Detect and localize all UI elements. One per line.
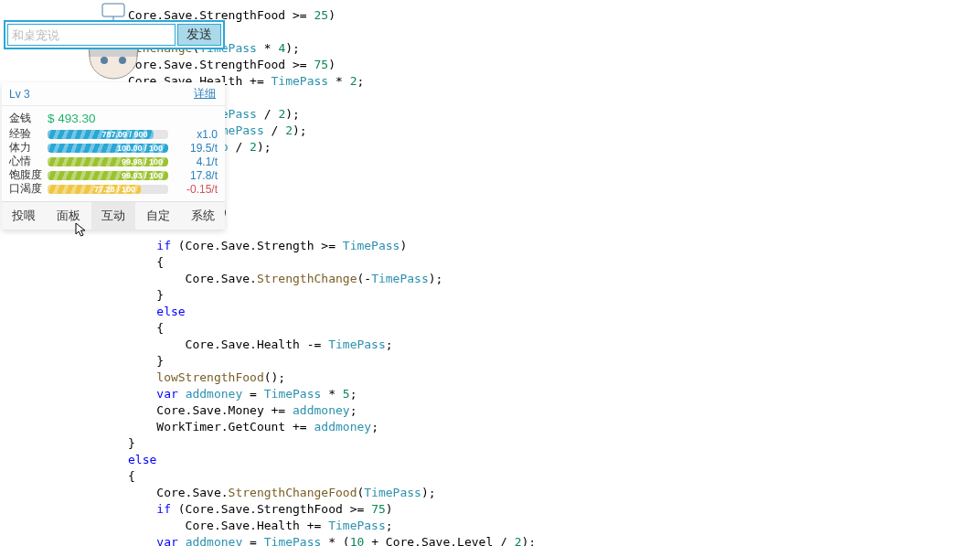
stat-rate: -0.15/t (174, 183, 218, 196)
code-line: WorkTimer.GetCount += addmoney; (73, 419, 980, 435)
code-line: else (73, 452, 980, 468)
code-line: var addmoney = TimePass * (10 + Core.Sav… (73, 534, 980, 546)
code-line: } (73, 435, 980, 452)
stat-row: 口渴度77.28 / 100-0.15/t (9, 182, 218, 196)
tab-custom[interactable]: 自定 (135, 202, 180, 230)
code-line: if (Core.Save.StrengthFood >= 75) (73, 501, 980, 518)
stat-row: 心情99.98 / 1004.1/t (9, 155, 218, 168)
level-label: Lv 3 (9, 88, 30, 101)
detail-link[interactable]: 详细 (194, 86, 216, 102)
stat-rate: 17.8/t (174, 169, 218, 182)
code-line: } (73, 287, 980, 304)
chat-bar: 发送 (4, 20, 225, 49)
code-line: Core.Save.StrengthFood >= 75) (73, 57, 980, 73)
code-line: lowStrengthFood(); (73, 369, 980, 386)
stat-bar: 99.93 / 100 (48, 171, 168, 180)
stat-bar-text: 77.28 / 100 (94, 185, 135, 194)
stat-bar-text: 99.98 / 100 (122, 157, 163, 166)
stat-row: 体力100.00 / 10019.5/t (9, 141, 218, 155)
stat-bar-fill: 99.98 / 100 (48, 157, 168, 166)
stat-bar: 100.00 / 100 (48, 144, 168, 153)
stat-rate: 4.1/t (174, 155, 218, 168)
code-line: Core.Save.Health -= TimePass; (73, 337, 980, 353)
stats-panel: Lv 3 详细 金钱 $ 493.30 经验787.09 / 900x1.0体力… (2, 82, 225, 230)
stat-row-money: 金钱 $ 493.30 (9, 112, 218, 125)
stat-bar-text: 99.93 / 100 (122, 171, 163, 180)
code-line: Core.Save.Money += addmoney; (73, 402, 980, 419)
stats-header: Lv 3 详细 (2, 82, 225, 106)
tab-panel[interactable]: 面板 (47, 202, 91, 230)
stat-row: 经验787.09 / 900x1.0 (9, 127, 218, 141)
code-line: var addmoney = TimePass * 5; (73, 386, 980, 402)
code-line: Core.Save.StrengthChangeFood(TimePass); (73, 485, 980, 501)
stat-bar: 99.98 / 100 (48, 157, 168, 166)
stats-body: 金钱 $ 493.30 经验787.09 / 900x1.0体力100.00 /… (2, 106, 225, 201)
stat-label-money: 金钱 (9, 111, 42, 126)
code-line: else (73, 304, 980, 320)
code-line: } (73, 353, 980, 369)
stat-rate: x1.0 (174, 128, 218, 141)
stat-bar-text: 100.00 / 100 (117, 144, 163, 153)
tab-feed[interactable]: 投喂 (2, 202, 47, 230)
stat-rate: 19.5/t (174, 142, 218, 155)
chat-input[interactable] (7, 24, 176, 46)
stat-bar-fill: 787.09 / 900 (48, 130, 154, 139)
tab-interact[interactable]: 互动 (91, 202, 136, 230)
tab-system[interactable]: 系统 (180, 202, 225, 230)
code-line: { (73, 254, 980, 271)
code-line: if (Core.Save.Strength >= TimePass) (73, 238, 980, 254)
tab-bar: 投喂 面板 互动 自定 系统 (2, 201, 225, 230)
code-line: Core.Save.Health += TimePass; (73, 518, 980, 534)
stat-bar: 787.09 / 900 (48, 130, 168, 139)
stat-bar-text: 787.09 / 900 (101, 130, 147, 139)
code-line: { (73, 320, 980, 337)
chat-send-button[interactable]: 发送 (177, 24, 221, 46)
stat-label: 口渴度 (9, 181, 42, 197)
stat-bar-fill: 99.93 / 100 (48, 171, 168, 180)
stat-bar: 77.28 / 100 (48, 185, 168, 194)
code-line: Core.Save.StrengthChange(-TimePass); (73, 271, 980, 287)
stat-value-money: $ 493.30 (48, 112, 96, 125)
code-line: { (73, 468, 980, 485)
stat-bar-fill: 100.00 / 100 (48, 144, 168, 153)
stat-row: 饱腹度99.93 / 10017.8/t (9, 168, 218, 182)
stat-bar-fill: 77.28 / 100 (48, 185, 141, 194)
